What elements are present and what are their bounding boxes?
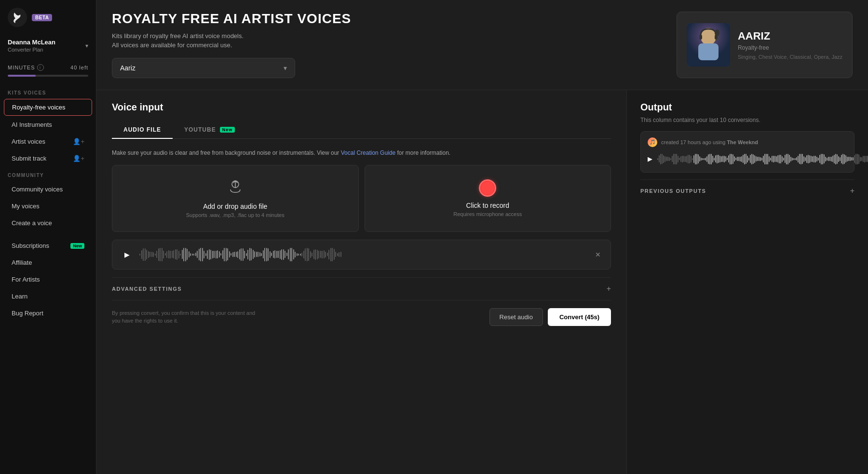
- audio-waveform-player: ▶ ✕: [112, 240, 611, 270]
- bottom-bar: By pressing convert, you confirm that th…: [112, 300, 611, 326]
- advanced-settings-toggle[interactable]: ADVANCED SETTINGS +: [112, 277, 611, 300]
- main-content: ROYALTY FREE AI ARTIST VOICES Kits libra…: [96, 0, 868, 474]
- output-avatar: 🎵: [648, 137, 657, 147]
- record-title: Click to record: [466, 202, 509, 209]
- lower-section: Voice input AUDIO FILE YOUTUBE New Make …: [96, 90, 868, 474]
- sidebar-item-create-a-voice[interactable]: Create a voice: [4, 215, 92, 231]
- disclaimer-text: By pressing convert, you confirm that th…: [112, 309, 257, 325]
- output-play-button[interactable]: ▶: [648, 153, 652, 165]
- artist-card: AARIZ Royalty-free Singing, Chest Voice,…: [677, 12, 853, 78]
- advanced-settings-label: ADVANCED SETTINGS: [112, 286, 182, 292]
- record-sub: Requires microphone access: [453, 211, 522, 217]
- minutes-section: MINUTES i 40 left: [0, 60, 96, 84]
- output-artist-name: The Weeknd: [727, 139, 758, 145]
- minutes-count: 40 left: [70, 65, 88, 70]
- community-voices-label: Community voices: [12, 186, 63, 193]
- remove-audio-button[interactable]: ✕: [593, 249, 603, 260]
- page-title: ROYALTY FREE AI ARTIST VOICES: [112, 12, 665, 27]
- output-subtitle: This column contains your last 10 conver…: [640, 117, 854, 123]
- output-created-text: created 17 hours ago using The Weeknd: [661, 139, 758, 145]
- kits-logo-icon: [8, 8, 27, 27]
- ai-instruments-label: AI Instruments: [12, 121, 52, 128]
- voice-input-panel: Voice input AUDIO FILE YOUTUBE New Make …: [96, 90, 627, 474]
- royalty-free-voices-label: Royalty-free voices: [12, 104, 66, 111]
- add-artist-icon: 👤+: [73, 138, 84, 145]
- sidebar: BETA Deanna McLean Converter Plan ▾ MINU…: [0, 0, 96, 474]
- bug-report-label: Bug Report: [12, 310, 43, 317]
- minutes-label: MINUTES i: [8, 64, 44, 71]
- hero-subtitle: Kits library of royalty free AI artist v…: [112, 31, 665, 50]
- my-voices-label: My voices: [12, 203, 40, 210]
- record-audio-box[interactable]: Click to record Requires microphone acce…: [365, 165, 611, 232]
- selected-voice-label: Aariz: [120, 64, 136, 72]
- output-title: Output: [640, 102, 854, 113]
- output-waveform: ▶ ⬇ ⊞ 🔗: [648, 152, 847, 166]
- learn-label: Learn: [12, 293, 27, 300]
- upload-title: Add or drop audio file: [203, 203, 267, 210]
- sidebar-item-royalty-free-voices[interactable]: Royalty-free voices: [4, 99, 92, 116]
- record-button-dot: [479, 179, 496, 197]
- upload-icon: [228, 179, 243, 198]
- input-boxes: Add or drop audio file Supports .wav, .m…: [112, 165, 611, 232]
- submit-track-icon: 👤+: [73, 155, 84, 162]
- info-icon: i: [37, 64, 44, 71]
- sidebar-item-affiliate[interactable]: Affiliate: [4, 255, 92, 271]
- tab-audio-file[interactable]: AUDIO FILE: [112, 122, 173, 139]
- artist-voices-label: Artist voices: [12, 138, 45, 145]
- convert-button[interactable]: Convert (45s): [548, 308, 611, 326]
- voice-input-title: Voice input: [112, 102, 611, 113]
- artist-license: Royalty-free: [738, 44, 842, 51]
- subscriptions-new-badge: New: [70, 243, 84, 249]
- artist-tags: Singing, Chest Voice, Classical, Opera, …: [738, 54, 842, 60]
- sidebar-item-subscriptions[interactable]: Subscriptions New: [4, 238, 92, 254]
- artist-name: AARIZ: [738, 30, 842, 42]
- action-buttons: Reset audio Convert (45s): [489, 308, 611, 326]
- artist-info: AARIZ Royalty-free Singing, Chest Voice,…: [738, 30, 842, 60]
- create-a-voice-label: Create a voice: [12, 219, 52, 227]
- hero-section: ROYALTY FREE AI ARTIST VOICES Kits libra…: [96, 0, 868, 90]
- svg-rect-6: [699, 35, 702, 40]
- artist-image: [687, 23, 730, 67]
- upload-audio-box[interactable]: Add or drop audio file Supports .wav, .m…: [112, 165, 359, 232]
- user-plan: Converter Plan: [8, 47, 55, 53]
- vocal-guide-link[interactable]: Vocal Creation Guide: [341, 149, 395, 156]
- sidebar-item-my-voices[interactable]: My voices: [4, 198, 92, 214]
- youtube-new-badge: New: [220, 127, 235, 133]
- svg-rect-3: [698, 43, 719, 60]
- play-button[interactable]: ▶: [120, 248, 134, 261]
- tab-youtube[interactable]: YOUTUBE New: [173, 122, 246, 139]
- community-section-label: COMMUNITY: [0, 167, 96, 181]
- user-name: Deanna McLean: [8, 39, 55, 46]
- input-tabs: AUDIO FILE YOUTUBE New: [112, 122, 611, 139]
- sidebar-item-bug-report[interactable]: Bug Report: [4, 305, 92, 321]
- output-panel: Output This column contains your last 10…: [627, 90, 868, 474]
- beta-badge: BETA: [32, 14, 52, 21]
- svg-rect-7: [715, 35, 718, 40]
- sidebar-item-submit-track[interactable]: Submit track 👤+: [4, 150, 92, 166]
- sidebar-item-ai-instruments[interactable]: AI Instruments: [4, 117, 92, 133]
- sidebar-item-community-voices[interactable]: Community voices: [4, 181, 92, 197]
- advanced-settings-plus-icon: +: [607, 284, 611, 293]
- sidebar-item-learn[interactable]: Learn: [4, 288, 92, 304]
- minutes-progress-bar: [8, 75, 88, 77]
- for-artists-label: For Artists: [12, 276, 40, 283]
- user-menu[interactable]: Deanna McLean Converter Plan ▾: [0, 35, 96, 60]
- sidebar-item-artist-voices[interactable]: Artist voices 👤+: [4, 134, 92, 149]
- output-item: 🎵 created 17 hours ago using The Weeknd …: [640, 131, 854, 173]
- waveform-visualization: [139, 246, 587, 263]
- previous-outputs-toggle[interactable]: PREVIOUS OUTPUTS +: [640, 179, 854, 202]
- reset-audio-button[interactable]: Reset audio: [489, 308, 543, 326]
- voice-selector-dropdown[interactable]: Aariz ▾: [112, 58, 295, 78]
- affiliate-label: Affiliate: [12, 259, 32, 266]
- previous-outputs-label: PREVIOUS OUTPUTS: [640, 188, 706, 194]
- previous-outputs-plus-icon: +: [850, 187, 854, 195]
- output-meta: 🎵 created 17 hours ago using The Weeknd: [648, 137, 847, 147]
- sidebar-item-for-artists[interactable]: For Artists: [4, 271, 92, 287]
- output-waveform-viz: [657, 152, 868, 166]
- subscriptions-label: Subscriptions: [12, 242, 49, 249]
- info-text: Make sure your audio is clear and free f…: [112, 149, 611, 157]
- minutes-progress-fill: [8, 75, 36, 77]
- chevron-down-icon: ▾: [85, 42, 88, 49]
- hero-left: ROYALTY FREE AI ARTIST VOICES Kits libra…: [112, 12, 665, 78]
- logo-area: BETA: [0, 8, 96, 35]
